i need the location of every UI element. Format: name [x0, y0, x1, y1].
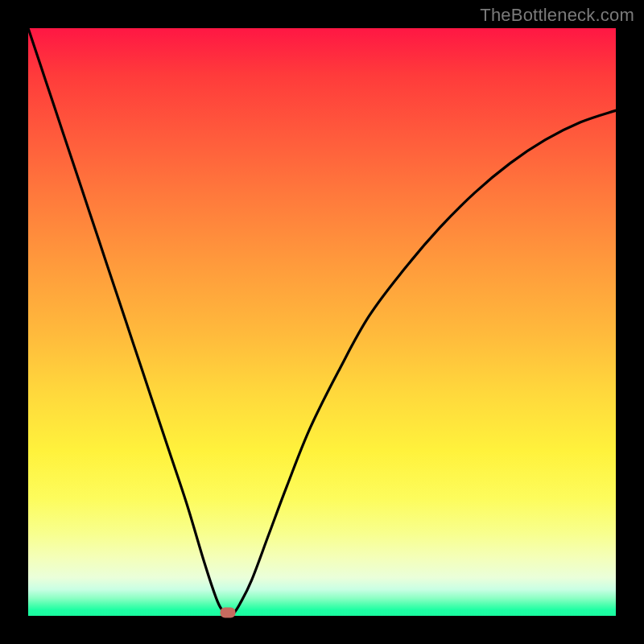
chart-frame	[28, 28, 616, 616]
chart-curve-svg	[28, 28, 616, 616]
chart-marker	[221, 608, 236, 618]
watermark-text: TheBottleneck.com	[480, 5, 634, 26]
bottleneck-curve-path	[28, 28, 616, 616]
